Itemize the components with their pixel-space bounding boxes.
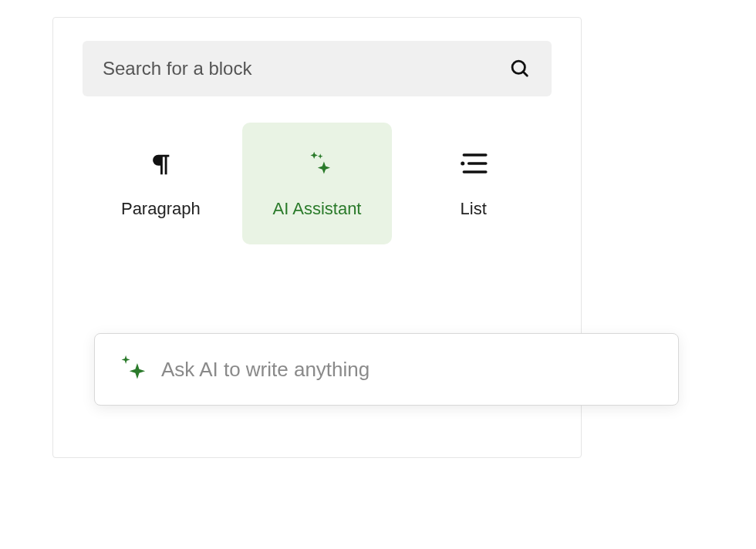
search-icon: [508, 57, 532, 80]
ai-prompt-bar[interactable]: [94, 333, 679, 406]
sparkle-icon: [120, 355, 146, 384]
block-list[interactable]: List: [398, 123, 548, 244]
block-ai-assistant[interactable]: AI Assistant: [242, 123, 393, 244]
block-paragraph[interactable]: Paragraph: [86, 123, 236, 244]
ai-prompt-input[interactable]: [161, 358, 653, 382]
blocks-row: Paragraph AI Assistant Li: [83, 123, 552, 244]
search-input[interactable]: [103, 58, 508, 79]
block-label: List: [461, 199, 487, 219]
svg-line-1: [523, 72, 527, 76]
list-icon: [458, 148, 489, 179]
block-label: Paragraph: [121, 199, 201, 219]
pilcrow-icon: [145, 148, 176, 179]
search-bar[interactable]: [83, 41, 552, 96]
sparkle-icon: [302, 148, 332, 179]
svg-point-3: [461, 161, 464, 165]
block-label: AI Assistant: [273, 199, 362, 219]
